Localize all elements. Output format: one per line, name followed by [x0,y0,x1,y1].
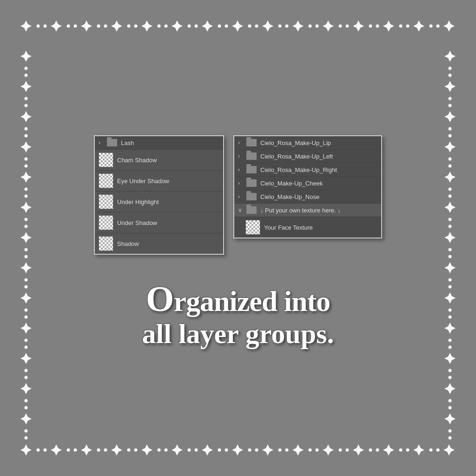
cham-shadow-row: Cham Shadow [95,150,223,171]
texture-group-row: ∨ ↓ Put your own texture here. ↓ [234,204,381,217]
folder-icon [246,139,257,146]
face-texture-name: Your Face Texture [264,224,313,231]
folder-icon [246,206,257,214]
line1-text: rganized into [174,285,331,317]
under-shadow-row: Under Shadow [95,212,223,233]
texture-group-name: ↓ Put your own texture here. ↓ [260,207,341,214]
under-shadow-thumb [99,215,113,230]
under-shadow-name: Under Shadow [117,219,157,226]
main-text: Organized into all layer groups. [142,278,334,350]
face-texture-thumb [245,220,260,235]
right-layer-panel: › Cielo_Rosa_Make-Up_Lip › Cielo_Rosa_Ma… [233,135,382,238]
cham-shadow-thumb [99,152,113,167]
right-makeup-name: Cielo_Rosa_Make-Up_Right [260,166,337,173]
chevron-right-icon: › [238,193,243,200]
right-makeup-row: › Cielo_Rosa_Make-Up_Right [234,163,381,177]
panels-row: › Lash Cham Shadow Eye Under Shadow [94,135,382,255]
lip-folder-row: › Cielo_Rosa_Make-Up_Lip [234,136,381,150]
folder-icon [246,179,257,187]
folder-icon [246,152,257,160]
chevron-right-icon: › [238,180,243,186]
main-text-line1: Organized into [142,278,334,320]
cheek-name: Cielo_Make-Up_Cheek [260,180,323,187]
folder-icon [107,139,117,146]
lip-name: Cielo_Rosa_Make-Up_Lip [260,139,331,146]
nose-row: › Cielo_Make-Up_Nose [234,190,381,204]
folder-icon [246,193,257,200]
shadow-name: Shadow [117,240,139,247]
cham-shadow-name: Cham Shadow [117,157,157,164]
folder-icon [246,166,257,173]
shadow-thumb [99,236,113,251]
left-layer-panel: › Lash Cham Shadow Eye Under Shadow [94,135,224,255]
cheek-row: › Cielo_Make-Up_Cheek [234,177,381,190]
chevron-right-icon: › [238,153,243,159]
chevron-right-icon: › [99,139,103,146]
face-texture-row: Your Face Texture [234,217,381,238]
under-highlight-thumb [99,194,113,209]
big-o-letter: O [146,278,174,319]
under-highlight-name: Under Highlight [117,198,159,205]
chevron-right-icon: › [238,166,243,173]
left-makeup-row: › Cielo_Rosa_Make-Up_Left [234,150,381,163]
shadow-row: Shadow [95,233,223,254]
eye-under-shadow-name: Eye Under Shadow [117,178,169,185]
outer-frame: // We'll use a pattern approach via SVG … [10,10,466,466]
left-makeup-name: Cielo_Rosa_Make-Up_Left [260,153,333,160]
eye-under-shadow-row: Eye Under Shadow [95,171,223,192]
nose-name: Cielo_Make-Up_Nose [260,193,319,200]
lash-layer-name: Lash [121,139,134,146]
chevron-down-icon: ∨ [238,207,243,213]
eye-under-shadow-thumb [99,173,113,188]
main-text-line2: all layer groups. [142,318,334,350]
content-area: › Lash Cham Shadow Eye Under Shadow [10,10,466,466]
lash-folder-row: › Lash [95,136,223,150]
under-highlight-row: Under Highlight [95,192,223,212]
chevron-right-icon: › [238,139,243,146]
